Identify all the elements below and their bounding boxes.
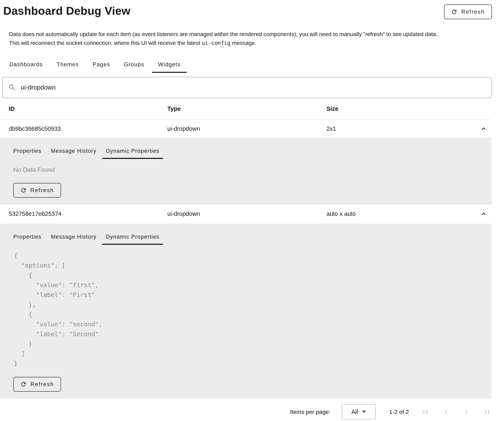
detail-tab-properties[interactable]: Properties — [10, 145, 45, 159]
collapse-row-button[interactable] — [477, 208, 490, 220]
detail-tab-message-history[interactable]: Message History — [47, 231, 100, 245]
chevron-left-icon — [442, 408, 450, 416]
row-id: 532758e17eb25374 — [9, 211, 167, 217]
items-per-page-select[interactable]: All — [342, 404, 376, 419]
collapse-row-button[interactable] — [477, 122, 490, 135]
refresh-icon — [451, 9, 457, 15]
page-navigation — [421, 407, 492, 417]
column-header-type: Type — [167, 106, 326, 112]
table-header: ID Type Size — [0, 98, 492, 120]
chevron-up-icon — [480, 125, 488, 133]
panel-refresh-button[interactable]: Refresh — [13, 183, 61, 198]
table-row: db9bc36685c50933 ui-dropdown 2x1 — [0, 120, 492, 138]
column-header-size: Size — [326, 106, 475, 112]
detail-tab-bar: Properties Message History Dynamic Prope… — [10, 231, 492, 245]
first-page-icon — [421, 408, 430, 416]
main-tab-bar: Dashboards Themes Pages Groups Widgets — [3, 58, 504, 73]
description-line-1: Data does not automatically update for e… — [9, 30, 492, 39]
previous-page-button[interactable] — [441, 407, 451, 417]
detail-tab-message-history[interactable]: Message History — [47, 145, 100, 159]
row-size: 2x1 — [326, 125, 475, 132]
last-page-icon — [483, 408, 491, 416]
refresh-button-label: Refresh — [30, 187, 54, 194]
dropdown-arrow-icon — [362, 411, 366, 413]
ui-config-code: ui-config — [202, 40, 231, 46]
search-icon — [8, 84, 16, 91]
pagination-bar: Items per page: All 1-2 of 2 — [0, 398, 504, 421]
refresh-button[interactable]: Refresh — [444, 5, 492, 19]
page-range-label: 1-2 of 2 — [389, 409, 409, 415]
search-box — [2, 77, 492, 98]
detail-tab-dynamic-properties[interactable]: Dynamic Properties — [102, 145, 163, 159]
next-page-button[interactable] — [462, 407, 471, 417]
row-id: db9bc36685c50933 — [9, 125, 167, 132]
detail-tab-properties[interactable]: Properties — [10, 231, 45, 245]
tab-dashboards[interactable]: Dashboards — [3, 58, 49, 73]
top-bar: Dashboard Debug View Refresh — [0, 0, 504, 19]
row-size: auto x auto — [326, 211, 475, 217]
row-type: ui-dropdown — [167, 211, 326, 217]
detail-tab-bar: Properties Message History Dynamic Prope… — [10, 145, 492, 159]
refresh-button-label: Refresh — [30, 381, 54, 388]
row-detail-panel: Properties Message History Dynamic Prope… — [0, 224, 492, 398]
refresh-icon — [20, 381, 27, 388]
refresh-icon — [20, 187, 27, 194]
tab-pages[interactable]: Pages — [86, 58, 116, 73]
first-page-button[interactable] — [421, 407, 431, 417]
refresh-button-label: Refresh — [461, 9, 485, 15]
panel-refresh-button[interactable]: Refresh — [13, 377, 61, 392]
chevron-up-icon — [480, 210, 488, 218]
items-per-page-value: All — [351, 409, 358, 415]
description-line-2-suffix: message. — [230, 40, 256, 46]
page-title: Dashboard Debug View — [3, 5, 130, 17]
tab-groups[interactable]: Groups — [118, 58, 150, 73]
search-input[interactable] — [20, 84, 486, 91]
column-header-id: ID — [9, 106, 167, 112]
description-line-2: This will reconnect the socket connectio… — [9, 39, 492, 47]
description-line-2-text: This will reconnect the socket connectio… — [9, 40, 202, 46]
table-row: 532758e17eb25374 ui-dropdown auto x auto — [0, 204, 492, 224]
description: Data does not automatically update for e… — [9, 30, 492, 47]
row-detail-panel: Properties Message History Dynamic Prope… — [0, 138, 492, 204]
tab-themes[interactable]: Themes — [51, 58, 85, 73]
dashboard-debug-view: Dashboard Debug View Refresh Data does n… — [0, 0, 504, 421]
dynamic-properties-json: { "options": [ { "value": "first", "labe… — [14, 251, 492, 368]
last-page-button[interactable] — [482, 407, 492, 417]
items-per-page-label: Items per page: — [290, 409, 330, 415]
no-data-message: No Data Found — [13, 166, 492, 173]
detail-tab-dynamic-properties[interactable]: Dynamic Properties — [102, 231, 163, 245]
row-type: ui-dropdown — [167, 125, 326, 132]
tab-widgets[interactable]: Widgets — [152, 58, 187, 73]
chevron-right-icon — [462, 408, 471, 416]
